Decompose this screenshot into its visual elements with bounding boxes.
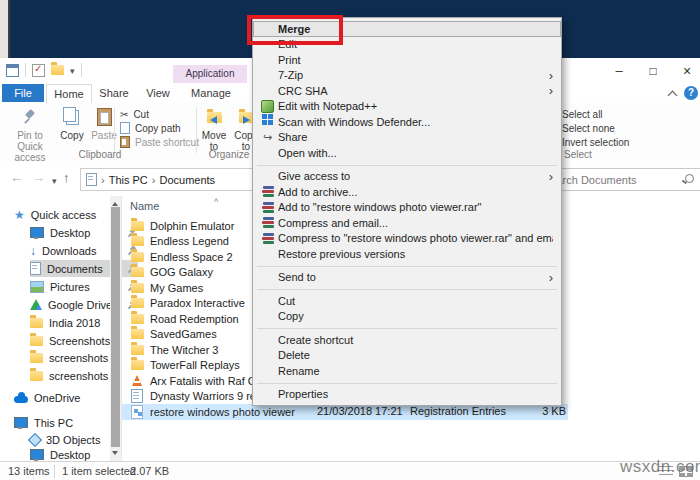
up-icon[interactable]: ↑ (63, 170, 70, 185)
menu-item-scan-with-windows-defender[interactable]: Scan with Windows Defender... (253, 114, 561, 130)
pin-to-quick-access-button[interactable]: Pin to Quick access (4, 106, 56, 163)
menu-item-give-access-to[interactable]: Give access to (253, 169, 561, 185)
menu-item-delete[interactable]: Delete (253, 348, 561, 364)
scroll-down-icon[interactable] (112, 451, 118, 458)
file-date: 21/03/2018 17:21 (317, 404, 403, 420)
close-button[interactable] (672, 62, 700, 81)
folder-icon (30, 371, 43, 381)
download-arrow-icon (30, 244, 36, 258)
move-to-button[interactable]: Move to (199, 106, 229, 152)
share-icon (263, 131, 272, 144)
notepadpp-icon (261, 100, 274, 113)
location-icon (86, 173, 97, 186)
customize-toolbar-chevron-icon[interactable] (70, 64, 75, 76)
menu-item-cut[interactable]: Cut (253, 293, 561, 309)
maximize-button[interactable] (638, 62, 668, 81)
menu-item-add-to-rar[interactable]: Add to "restore windows photo viewer.rar… (253, 200, 561, 216)
tab-home[interactable]: Home (46, 84, 92, 104)
menu-item-edit-with-notepadpp[interactable]: Edit with Notepad++ (253, 99, 561, 115)
cube-icon (28, 432, 42, 446)
tab-manage[interactable]: Manage (180, 84, 242, 102)
toolbar-separator (81, 63, 82, 77)
menu-item-7zip[interactable]: 7-Zip (253, 68, 561, 84)
menu-item-properties[interactable]: Properties (253, 387, 561, 403)
menu-item-print[interactable]: Print (253, 52, 561, 68)
monitor-icon (30, 227, 44, 238)
selection-count: 1 item selected (62, 465, 136, 477)
menu-item-add-to-archive[interactable]: Add to archive... (253, 184, 561, 200)
properties-icon[interactable] (6, 64, 19, 77)
back-icon[interactable]: ← (10, 170, 23, 185)
column-header-name[interactable]: Name (130, 200, 159, 212)
computer-icon (14, 417, 28, 428)
breadcrumb-documents[interactable]: Documents (159, 174, 215, 186)
paste-button[interactable]: Paste (88, 106, 120, 141)
help-icon[interactable]: ? (684, 86, 698, 100)
cut-button[interactable]: Cut (120, 107, 199, 121)
onedrive-cloud-icon (14, 396, 28, 403)
breadcrumb-this-pc[interactable]: This PC (109, 174, 148, 186)
tab-view[interactable]: View (138, 84, 178, 102)
folder-icon (131, 236, 144, 246)
new-folder-icon[interactable] (51, 65, 64, 75)
document-icon (30, 262, 41, 275)
paste-icon (97, 108, 112, 126)
paste-shortcut-icon (120, 136, 130, 148)
copy-button[interactable]: Copy (57, 106, 87, 141)
menu-item-compress-and-email[interactable]: Compress and email... (253, 215, 561, 231)
menu-separator (253, 379, 561, 387)
copy-path-button[interactable]: Copy path (120, 121, 199, 135)
toolbar-separator (25, 63, 26, 77)
tab-file[interactable]: File (2, 84, 44, 102)
sidebar-item-onedrive[interactable]: OneDrive (14, 389, 122, 406)
merge-highlight-annotation (247, 15, 343, 45)
group-label-clipboard: Clipboard (60, 149, 140, 160)
menu-item-compress-to-rar-and-email[interactable]: Compress to "restore windows photo viewe… (253, 231, 561, 247)
folder-icon (131, 345, 144, 355)
menu-item-rename[interactable]: Rename (253, 363, 561, 379)
minimize-button[interactable] (604, 62, 634, 81)
vlc-cone-icon (132, 375, 142, 386)
winrar-icon (262, 186, 274, 197)
scrollbar-thumb[interactable] (111, 207, 120, 447)
winrar-icon (262, 233, 274, 244)
copy-path-icon (120, 122, 130, 134)
history-chevron-icon[interactable] (52, 172, 57, 187)
minimize-ribbon-chevron-icon[interactable] (668, 89, 678, 99)
folder-icon (131, 314, 144, 324)
checkbox-icon[interactable] (32, 64, 45, 77)
context-menu: Merge Edit Print 7-Zip CRC SHA Edit with… (252, 17, 562, 406)
folder-icon (131, 221, 144, 231)
copy-icon (66, 110, 79, 125)
menu-separator (253, 262, 561, 270)
move-to-icon (205, 110, 223, 124)
menu-item-create-shortcut[interactable]: Create shortcut (253, 332, 561, 348)
file-row-restore-windows-photo-viewer[interactable]: restore windows photo viewer 21/03/2018 … (122, 404, 568, 420)
tab-share[interactable]: Share (92, 84, 136, 102)
menu-item-copy[interactable]: Copy (253, 309, 561, 325)
sidebar-item-this-pc[interactable]: This PC (14, 414, 122, 431)
menu-item-crc-sha[interactable]: CRC SHA (253, 83, 561, 99)
desktop: Application Tools File Home Share View M… (0, 0, 700, 480)
group-divider (114, 107, 115, 153)
search-icon[interactable] (685, 174, 694, 183)
folder-icon (30, 353, 43, 363)
scroll-up-icon[interactable] (112, 199, 118, 206)
menu-item-open-with[interactable]: Open with... (253, 145, 561, 161)
monitor-icon (30, 449, 44, 460)
folder-icon (131, 283, 144, 293)
menu-item-send-to[interactable]: Send to (253, 270, 561, 286)
paste-shortcut-button[interactable]: Paste shortcut (120, 135, 199, 149)
sidebar-item-quick-access[interactable]: Quick access (14, 206, 122, 223)
forward-icon[interactable]: → (32, 170, 45, 185)
menu-item-share[interactable]: Share (253, 130, 561, 146)
sidebar-scrollbar[interactable] (110, 196, 121, 461)
contextual-tab-application-tools: Application Tools (173, 65, 247, 83)
watermark: wsxdn.com (620, 457, 700, 477)
document-icon (131, 389, 143, 403)
menu-item-restore-previous-versions[interactable]: Restore previous versions (253, 246, 561, 262)
breadcrumb-chevron-icon (152, 174, 156, 186)
items-count: 13 items (8, 465, 50, 477)
status-divider (54, 465, 55, 478)
folder-icon (131, 329, 144, 339)
